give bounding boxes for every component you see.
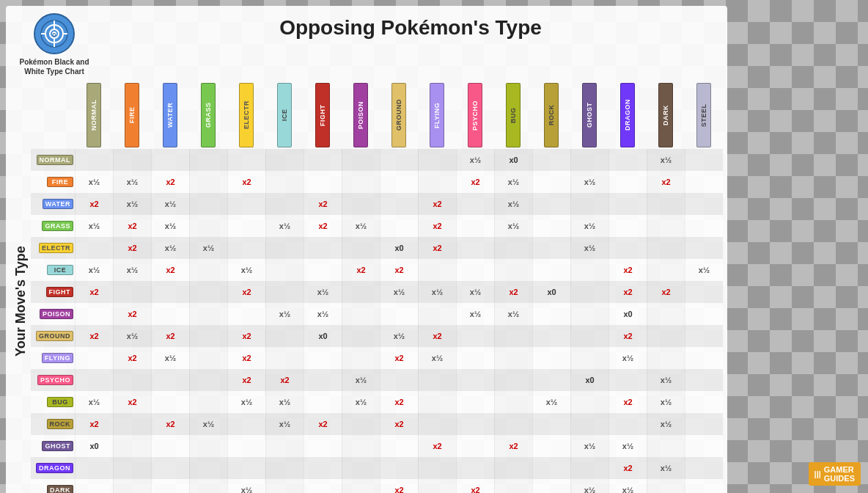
cell-normal-9 (418, 149, 456, 171)
logo-circle: G (34, 13, 75, 54)
cell-dragon-4 (227, 457, 265, 479)
cell-poison-11: x½ (494, 303, 532, 325)
cell-fight-7 (342, 281, 380, 303)
cell-psycho-1 (113, 369, 151, 391)
cell-fight-3 (189, 281, 227, 303)
cell-dragon-3 (189, 457, 227, 479)
cell-bug-12: x½ (532, 391, 570, 413)
cell-grass-4 (227, 215, 265, 237)
table-row: FIREx½x½x2x2x2x½x½x2 (31, 171, 723, 193)
cell-grass-13: x½ (570, 215, 608, 237)
cell-ground-4: x2 (227, 325, 265, 347)
cell-fight-8: x½ (380, 281, 418, 303)
cell-bug-3 (189, 391, 227, 413)
cell-fire-2: x2 (151, 171, 189, 193)
cell-rock-15: x½ (647, 413, 685, 435)
cell-bug-7: x½ (342, 391, 380, 413)
cell-psycho-11 (494, 369, 532, 391)
cell-water-13 (570, 193, 608, 215)
cell-poison-12 (532, 303, 570, 325)
chart-section: Your Move's Type NORMALFIREWATERGRASSELE… (10, 79, 723, 493)
cell-poison-0 (75, 303, 113, 325)
cell-ice-11 (494, 259, 532, 281)
cell-grass-12 (532, 215, 570, 237)
cell-ghost-11: x2 (494, 435, 532, 457)
cell-ghost-15 (647, 435, 685, 457)
cell-grass-0: x½ (75, 215, 113, 237)
row-label-bug: BUG (31, 391, 75, 413)
chart-table: NORMALx½x0x½FIREx½x½x2x2x2x½x½x2WATERx2x… (31, 149, 723, 493)
cell-fire-9 (418, 171, 456, 193)
cell-flying-8: x2 (380, 347, 418, 369)
cell-rock-1 (113, 413, 151, 435)
cell-ghost-0: x0 (75, 435, 113, 457)
cell-dragon-11 (494, 457, 532, 479)
cell-ghost-6 (304, 435, 342, 457)
col-headers: NORMALFIREWATERGRASSELECTRICEFIGHTPOISON… (75, 79, 723, 149)
cell-dragon-8 (380, 457, 418, 479)
cell-normal-11: x0 (494, 149, 532, 171)
col-header-flying: FLYING (418, 79, 456, 149)
cell-grass-2: x½ (151, 215, 189, 237)
cell-grass-14 (608, 215, 647, 237)
table-row: FLYINGx2x½x2x2x½x½ (31, 347, 723, 369)
cell-dark-0 (75, 479, 113, 493)
gg-text: GAMERGUIDES (824, 465, 855, 483)
cell-fight-11: x2 (494, 281, 532, 303)
cell-bug-9 (418, 391, 456, 413)
cell-fire-13: x½ (570, 171, 608, 193)
col-header-bug: BUG (494, 79, 532, 149)
gg-icon: ||| (814, 470, 821, 478)
cell-poison-7 (342, 303, 380, 325)
cell-fire-5 (265, 171, 304, 193)
cell-flying-13 (570, 347, 608, 369)
row-label-ghost: GHOST (31, 435, 75, 457)
cell-dragon-13 (570, 457, 608, 479)
cell-water-7 (342, 193, 380, 215)
table-row: ROCKx2x2x½x½x2x2x½ (31, 413, 723, 435)
table-row: DRAGONx2x½ (31, 457, 723, 479)
cell-ground-6: x0 (304, 325, 342, 347)
cell-ground-3 (189, 325, 227, 347)
cell-fight-16 (685, 281, 723, 303)
cell-electr-12 (532, 237, 570, 259)
cell-flying-12 (532, 347, 570, 369)
cell-rock-4 (227, 413, 265, 435)
cell-ground-14: x2 (608, 325, 647, 347)
table-row: ICEx½x½x2x½x2x2x2x½ (31, 259, 723, 281)
cell-rock-6: x2 (304, 413, 342, 435)
cell-dragon-5 (265, 457, 304, 479)
cell-ground-5 (265, 325, 304, 347)
cell-flying-15 (647, 347, 685, 369)
table-row: DARKx½x2x2x½x½ (31, 479, 723, 493)
cell-ice-14: x2 (608, 259, 647, 281)
col-header-ghost: GHOST (570, 79, 608, 149)
cell-ice-3 (189, 259, 227, 281)
cell-flying-2: x½ (151, 347, 189, 369)
cell-rock-9 (418, 413, 456, 435)
cell-ice-6 (304, 259, 342, 281)
cell-fire-1: x½ (113, 171, 151, 193)
table-row: BUGx½x2x½x½x½x2x½x2x½ (31, 391, 723, 413)
cell-flying-11 (494, 347, 532, 369)
cell-normal-15: x½ (647, 149, 685, 171)
row-label-grass: GRASS (31, 215, 75, 237)
cell-ghost-5 (265, 435, 304, 457)
cell-rock-5: x½ (265, 413, 304, 435)
cell-ice-0: x½ (75, 259, 113, 281)
cell-water-5 (265, 193, 304, 215)
cell-electr-6 (304, 237, 342, 259)
cell-dragon-6 (304, 457, 342, 479)
cell-ice-9 (418, 259, 456, 281)
cell-electr-3: x½ (189, 237, 227, 259)
row-label-flying: FLYING (31, 347, 75, 369)
cell-flying-1: x2 (113, 347, 151, 369)
cell-grass-3 (189, 215, 227, 237)
cell-poison-16 (685, 303, 723, 325)
table-row: ELECTRx2x½x½x0x2x½ (31, 237, 723, 259)
cell-normal-8 (380, 149, 418, 171)
cell-flying-14: x½ (608, 347, 647, 369)
cell-dark-12 (532, 479, 570, 493)
cell-ground-12 (532, 325, 570, 347)
header-row: G Pokémon Black and White Type Chart Opp… (10, 10, 723, 76)
